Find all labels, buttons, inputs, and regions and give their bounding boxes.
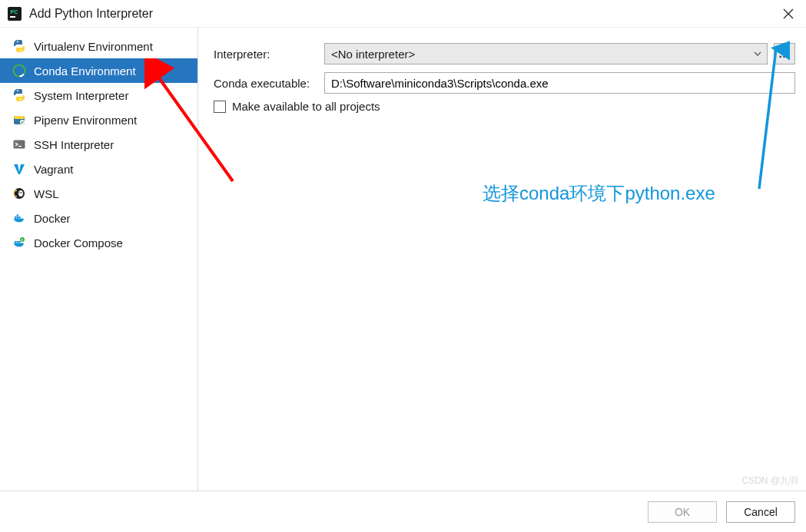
svg-rect-2	[10, 16, 15, 18]
sidebar-item-label: Pipenv Environment	[34, 114, 137, 127]
svg-rect-24	[15, 241, 16, 243]
docker-icon	[12, 211, 26, 225]
pycharm-icon: PC	[8, 7, 22, 21]
svg-rect-12	[14, 116, 25, 119]
svg-point-19	[21, 192, 22, 193]
svg-point-17	[18, 190, 23, 197]
svg-rect-21	[17, 216, 18, 218]
sidebar-item-vagrant[interactable]: Vagrant	[0, 157, 197, 181]
sidebar-item-label: Virtualenv Environment	[34, 40, 153, 53]
svg-line-32	[759, 48, 776, 189]
ok-button[interactable]: OK	[648, 501, 717, 523]
svg-point-18	[19, 192, 21, 193]
content-pane: Interpreter: <No interpreter> ... Conda …	[198, 28, 806, 491]
sidebar-item-label: WSL	[34, 187, 59, 200]
sidebar-item-wsl[interactable]: WSL	[0, 181, 197, 206]
svg-rect-26	[18, 241, 20, 243]
conda-executable-label: Conda executable:	[214, 77, 324, 90]
sidebar-item-label: SSH Interpreter	[34, 138, 114, 151]
svg-point-9	[17, 90, 18, 91]
interpreter-browse-button[interactable]: ...	[774, 43, 795, 64]
interpreter-dropdown[interactable]: <No interpreter>	[324, 43, 768, 64]
interpreter-type-sidebar: Virtualenv Environment Conda Environment	[0, 28, 198, 491]
docker-compose-icon: +	[12, 236, 26, 249]
sidebar-item-docker[interactable]: Docker	[0, 206, 197, 230]
conda-executable-input[interactable]	[324, 72, 795, 94]
sidebar-item-conda[interactable]: Conda Environment	[0, 58, 197, 83]
sidebar-item-label: System Interpreter	[34, 89, 128, 102]
ok-button-label: OK	[675, 506, 690, 518]
svg-rect-20	[15, 216, 16, 218]
sidebar-item-pipenv[interactable]: Pipenv Environment	[0, 107, 197, 132]
ellipsis-icon: ...	[779, 48, 791, 60]
vagrant-icon	[12, 162, 26, 176]
sidebar-item-label: Vagrant	[34, 163, 73, 176]
make-available-checkbox[interactable]	[214, 101, 226, 113]
cancel-button[interactable]: Cancel	[726, 501, 795, 523]
wsl-icon	[12, 187, 26, 200]
sidebar-item-virtualenv[interactable]: Virtualenv Environment	[0, 34, 197, 58]
dialog-footer: OK Cancel	[0, 491, 806, 532]
ssh-icon	[12, 137, 26, 151]
conda-icon	[12, 64, 26, 78]
title-bar: PC Add Python Interpreter	[0, 0, 806, 28]
python-icon	[12, 88, 26, 102]
sidebar-item-label: Docker Compose	[34, 236, 123, 249]
svg-point-10	[20, 99, 22, 101]
svg-text:+: +	[21, 237, 23, 242]
sidebar-item-label: Conda Environment	[34, 64, 136, 78]
python-icon	[12, 39, 26, 53]
pipenv-icon	[12, 113, 26, 127]
interpreter-label: Interpreter:	[214, 48, 324, 61]
svg-point-5	[17, 41, 18, 42]
close-button[interactable]	[778, 4, 798, 24]
cancel-button-label: Cancel	[744, 506, 778, 518]
svg-rect-23	[17, 214, 18, 216]
sidebar-item-docker-compose[interactable]: + Docker Compose	[0, 230, 197, 255]
svg-point-6	[20, 50, 22, 51]
annotation-text: 选择conda环境下python.exe	[483, 181, 715, 206]
sidebar-item-ssh[interactable]: SSH Interpreter	[0, 132, 197, 157]
svg-rect-14	[14, 140, 25, 149]
sidebar-item-label: Docker	[34, 212, 71, 225]
chevron-down-icon	[753, 49, 762, 58]
window-title: Add Python Interpreter	[29, 7, 153, 21]
svg-rect-25	[17, 241, 18, 243]
make-available-label: Make available to all projects	[232, 100, 380, 113]
svg-rect-22	[18, 216, 20, 218]
watermark: CSDN @九羽	[741, 474, 798, 487]
svg-text:PC: PC	[11, 9, 18, 15]
interpreter-dropdown-value: <No interpreter>	[331, 48, 415, 61]
sidebar-item-system[interactable]: System Interpreter	[0, 83, 197, 107]
